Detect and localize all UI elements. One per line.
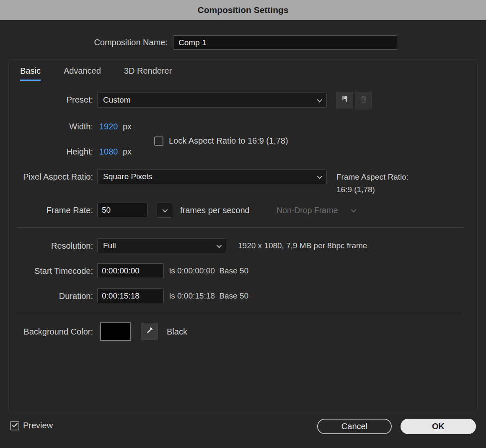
preview-toggle[interactable]: Preview [10,421,53,430]
pixel-aspect-dropdown[interactable]: Square Pixels [97,169,327,184]
background-color-name: Black [167,327,187,337]
duration-info: is 0:00:15:18 Base 50 [169,291,248,301]
chevron-down-icon [317,173,323,179]
duration-input[interactable] [97,288,164,303]
height-label: Height: [0,147,93,157]
frame-aspect-value: 16:9 (1,78) [336,183,408,196]
trash-icon [360,95,367,105]
ok-button-label: OK [432,422,445,431]
height-unit: px [123,147,132,157]
resolution-label: Resolution: [0,241,93,251]
start-timecode-info: is 0:00:00:00 Base 50 [169,266,248,275]
width-unit: px [123,122,132,131]
save-preset-button[interactable] [336,92,353,108]
preview-checkbox[interactable] [10,421,19,430]
preset-value: Custom [103,95,130,105]
preview-label: Preview [23,421,53,430]
composition-name-row: Composition Name: [0,35,486,50]
composition-name-label: Composition Name: [0,38,168,47]
background-color-label: Background Color: [0,327,93,337]
tab-basic[interactable]: Basic [20,66,41,81]
drop-frame-value: Non-Drop Frame [277,206,338,215]
chevron-down-icon [351,207,357,213]
pixel-aspect-value: Square Pixels [103,172,152,181]
chevron-down-icon [317,97,323,102]
dialog-titlebar: Composition Settings [0,0,486,20]
height-value[interactable]: 1080 [99,147,118,157]
drop-frame-dropdown[interactable]: Non-Drop Frame [277,206,355,215]
lock-aspect-label: Lock Aspect Ratio to 16:9 (1,78) [169,136,288,146]
frame-rate-label: Frame Rate: [0,206,93,215]
frame-rate-preset-button[interactable] [157,203,172,218]
resolution-info: 1920 x 1080, 7,9 MB per 8bpc frame [238,241,367,250]
composition-settings-dialog: Composition Settings Composition Name: B… [0,0,486,448]
resolution-value: Full [103,241,116,250]
frame-rate-input[interactable] [97,203,147,217]
divider [17,227,464,228]
dialog-title: Composition Settings [198,5,289,15]
tab-advanced[interactable]: Advanced [64,66,101,81]
delete-preset-button[interactable] [355,92,372,108]
chevron-down-icon [217,242,222,248]
divider [17,313,464,313]
pixel-aspect-label: Pixel Aspect Ratio: [0,172,93,182]
duration-label: Duration: [0,291,93,301]
frame-aspect-info: Frame Aspect Ratio: 16:9 (1,78) [336,171,408,196]
start-timecode-input[interactable] [97,263,164,278]
preset-dropdown[interactable]: Custom [97,93,327,108]
preset-label: Preset: [0,95,93,105]
composition-name-input[interactable] [173,35,397,50]
frame-rate-unit: frames per second [180,206,250,215]
ok-button[interactable]: OK [401,419,476,434]
background-color-swatch[interactable] [100,322,131,341]
eyedropper-icon [145,326,154,336]
lock-aspect-row: Lock Aspect Ratio to 16:9 (1,78) [154,136,288,146]
settings-panel-outline [8,59,478,412]
chevron-down-icon [163,207,168,212]
eyedropper-button[interactable] [141,323,158,340]
width-value[interactable]: 1920 [99,122,118,131]
tab-3d-renderer[interactable]: 3D Renderer [124,66,172,81]
tab-bar: Basic Advanced 3D Renderer [20,66,172,81]
frame-aspect-label: Frame Aspect Ratio: [336,171,408,183]
cancel-button[interactable]: Cancel [317,419,392,434]
width-label: Width: [0,122,93,131]
start-timecode-label: Start Timecode: [0,266,93,276]
save-preset-icon [341,95,349,105]
resolution-dropdown[interactable]: Full [97,238,226,253]
cancel-button-label: Cancel [341,422,367,431]
check-icon [12,422,18,430]
lock-aspect-checkbox[interactable] [154,136,163,146]
